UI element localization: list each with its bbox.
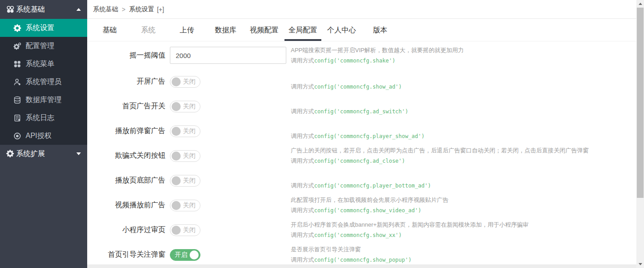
tab-basic[interactable]: 基础 xyxy=(90,19,129,41)
field-label: 视频播放前广告 xyxy=(87,201,165,210)
player-bottom-ad-switch[interactable]: 关闭 xyxy=(170,175,200,187)
field-help: 是否展示首页引导关注弹窗 调用方式config('commoncfg.show_… xyxy=(291,244,412,264)
sidebar-group-system-extend[interactable]: 系统扩展 xyxy=(0,145,87,163)
switch-label: 关闭 xyxy=(183,78,195,86)
switch-label: 关闭 xyxy=(183,127,195,135)
vertical-scrollbar[interactable] xyxy=(636,0,644,268)
database-icon xyxy=(13,96,21,104)
miniprogram-review-switch[interactable]: 关闭 xyxy=(170,224,200,236)
help-text: 是否展示首页引导关注弹窗 xyxy=(291,244,412,255)
field-help: 调用方式config('commoncfg.show_ad') xyxy=(291,71,402,92)
sidebar-group-label: 系统基础 xyxy=(16,5,76,14)
home-follow-popup-switch[interactable]: 开启 xyxy=(170,249,200,261)
help-prefix: 调用方式 xyxy=(291,57,314,64)
help-text: 广告上的关闭按钮，若开启，点击关闭即为点击广告，后退后广告窗口自动关闭；若关闭，… xyxy=(291,145,589,156)
switch-label: 关闭 xyxy=(183,201,195,210)
tab-version[interactable]: 版本 xyxy=(361,19,400,41)
sidebar-submenu: 系统设置 配置管理 系统菜单 系统管理员 数据库管理 xyxy=(0,19,87,145)
global-config-form: 摇一摇阈值 APP端搜索页摇一摇开启VIP解析，数值越大，就要摇的就更加用力 调… xyxy=(87,41,636,264)
switch-label: 关闭 xyxy=(183,152,195,160)
row-miniprogram-review-page: 小程序过审页 关闭 开启后小程序首页会换成banner+新闻列表页，新闻内容需在… xyxy=(87,218,636,242)
scroll-down-button[interactable] xyxy=(636,260,644,268)
help-prefix: 调用方式 xyxy=(291,182,314,189)
pre-play-popup-ad-switch[interactable]: 关闭 xyxy=(170,125,200,137)
sidebar-item-label: 系统菜单 xyxy=(26,59,54,69)
help-text xyxy=(291,71,402,81)
tab-system[interactable]: 系统 xyxy=(129,19,168,41)
tab-video-config[interactable]: 视频配置 xyxy=(245,19,284,41)
field-help: 调用方式config('commoncfg.player_show_ad') xyxy=(291,121,425,142)
sidebar-item-api-auth[interactable]: API授权 xyxy=(0,127,87,145)
sidebar-item-database-management[interactable]: 数据库管理 xyxy=(0,91,87,109)
breadcrumb-expand-button[interactable]: [+] xyxy=(157,6,164,13)
field-label: 首页引导关注弹窗 xyxy=(87,250,165,259)
switch-label: 关闭 xyxy=(183,177,195,185)
triangle-up-icon xyxy=(639,3,642,5)
help-prefix: 调用方式 xyxy=(291,133,314,139)
row-splash-ad: 开屏广告 关闭 调用方式config('commoncfg.show_ad') xyxy=(87,69,636,94)
field-help: 调用方式config('commoncfg.player_bottom_ad') xyxy=(291,170,431,191)
sidebar-item-system-admin[interactable]: 系统管理员 xyxy=(0,73,87,91)
circles-grid-icon xyxy=(6,5,14,13)
row-home-follow-popup: 首页引导关注弹窗 开启 是否展示首页引导关注弹窗 调用方式config('com… xyxy=(87,242,636,264)
help-prefix: 调用方式 xyxy=(291,157,314,164)
help-prefix: 调用方式 xyxy=(291,232,314,238)
sidebar-item-label: API授权 xyxy=(26,131,52,141)
pre-video-ad-switch[interactable]: 关闭 xyxy=(170,200,200,211)
tab-global-config[interactable]: 全局配置 xyxy=(284,19,322,41)
sidebar-item-system-settings[interactable]: 系统设置 xyxy=(0,19,87,37)
row-pre-play-popup-ad: 播放前弹窗广告 关闭 调用方式config('commoncfg.player_… xyxy=(87,119,636,143)
settings-tabbar: 基础 系统 上传 数据库 视频配置 全局配置 个人中心 版本 xyxy=(87,19,636,41)
admin-user-icon xyxy=(13,78,21,86)
help-code: config('commoncfg.shake') xyxy=(314,58,395,64)
shake-threshold-input[interactable] xyxy=(170,47,286,64)
breadcrumb: 系统基础 > 系统设置 [+] xyxy=(87,0,636,19)
gears-icon xyxy=(13,42,21,50)
main-content: 系统基础 > 系统设置 [+] 基础 系统 上传 数据库 视频配置 全局配置 个… xyxy=(87,0,636,264)
gear-icon xyxy=(6,150,14,158)
scroll-up-button[interactable] xyxy=(636,0,644,8)
field-help: 广告上的关闭按钮，若开启，点击关闭即为点击广告，后退后广告窗口自动关闭；若关闭，… xyxy=(291,145,589,166)
field-help: 调用方式config('commoncfg.ad_switch') xyxy=(291,96,409,117)
help-prefix: 调用方式 xyxy=(291,207,314,214)
help-text xyxy=(291,170,431,180)
home-ad-switch[interactable]: 关闭 xyxy=(170,101,200,112)
triangle-up-icon xyxy=(76,8,81,11)
breadcrumb-current[interactable]: 系统设置 xyxy=(129,5,154,13)
row-pre-video-ad: 视频播放前广告 关闭 此配置项打开后，在加载视频前会先展示小程序视频贴片广告 调… xyxy=(87,193,636,218)
sidebar: 系统基础 系统设置 配置管理 系统菜单 系统管理员 xyxy=(0,0,87,268)
field-label: 小程序过审页 xyxy=(87,225,165,235)
field-help: APP端搜索页摇一摇开启VIP解析，数值越大，就要摇的就更加用力 调用方式con… xyxy=(291,45,464,66)
vertical-scrollbar-thumb[interactable] xyxy=(637,8,644,198)
horizontal-scrollbar[interactable] xyxy=(87,264,636,268)
sidebar-item-config-management[interactable]: 配置管理 xyxy=(0,37,87,55)
sidebar-item-label: 数据库管理 xyxy=(26,95,62,105)
sidebar-item-label: 系统日志 xyxy=(26,113,54,123)
switch-knob xyxy=(172,176,181,185)
sidebar-item-label: 系统管理员 xyxy=(26,77,62,87)
sidebar-item-system-menu[interactable]: 系统菜单 xyxy=(0,55,87,73)
help-text: 此配置项打开后，在加载视频前会先展示小程序视频贴片广告 xyxy=(291,195,449,205)
fake-close-button-switch[interactable]: 关闭 xyxy=(170,150,200,162)
help-code: config('commoncfg.show_video_ad') xyxy=(314,207,421,214)
switch-knob xyxy=(172,102,181,111)
sidebar-group-system-base[interactable]: 系统基础 xyxy=(0,0,87,19)
help-code: config('commoncfg.show_popup') xyxy=(314,257,412,263)
breadcrumb-parent[interactable]: 系统基础 xyxy=(93,5,118,13)
gear-icon xyxy=(13,24,21,32)
help-text xyxy=(291,121,425,131)
help-text: APP端搜索页摇一摇开启VIP解析，数值越大，就要摇的就更加用力 xyxy=(291,45,464,55)
splash-ad-switch[interactable]: 关闭 xyxy=(170,76,200,88)
switch-knob xyxy=(172,77,181,86)
row-home-ad-switch: 首页广告开关 关闭 调用方式config('commoncfg.ad_switc… xyxy=(87,94,636,119)
switch-knob xyxy=(172,152,181,161)
help-prefix: 调用方式 xyxy=(291,256,314,263)
tab-database[interactable]: 数据库 xyxy=(206,19,245,41)
help-code: config('commoncfg.player_bottom_ad') xyxy=(314,183,431,189)
sidebar-item-system-log[interactable]: 系统日志 xyxy=(0,109,87,127)
tab-upload[interactable]: 上传 xyxy=(168,19,206,41)
help-code: config('commoncfg.show_xx') xyxy=(314,232,402,238)
triangle-down-icon xyxy=(76,152,81,155)
switch-knob xyxy=(172,226,181,235)
tab-personal-center[interactable]: 个人中心 xyxy=(322,19,361,41)
